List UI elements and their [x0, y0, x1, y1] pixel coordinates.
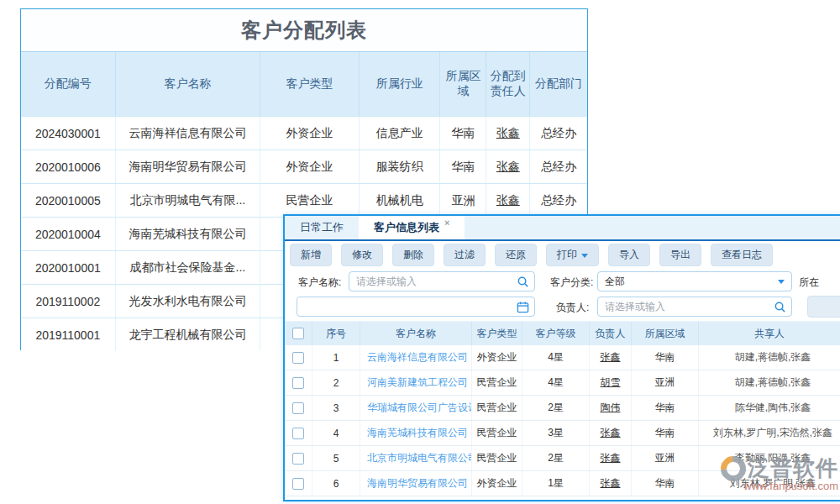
customer-name-link[interactable]: 北京市明城电气有限... — [116, 184, 260, 217]
col-header: 分配编号 — [21, 52, 116, 116]
industry: 服装纺织 — [360, 150, 441, 183]
owner-link[interactable]: 陶伟 — [590, 396, 632, 420]
search-icon[interactable] — [774, 301, 786, 313]
shared-people: 刘东林,罗广明,宋浩然,张鑫 — [699, 421, 840, 445]
customer-name-link[interactable]: 华瑞城有限公司广告设计部 — [360, 396, 472, 420]
region: 华南 — [632, 421, 699, 445]
row-number: 2 — [312, 370, 360, 395]
table-row: 2 河南美新建筑工程公司 民营企业 4星 胡雪 亚洲 胡建,蒋德帧,张鑫 — [285, 370, 840, 396]
table-row: 1 云南海祥信息有限公司 外资企业 4星 张鑫 华南 胡建,蒋德帧,张鑫 — [285, 345, 840, 370]
customer-class-label: 客户分类: — [550, 276, 593, 290]
department: 总经办 — [530, 117, 587, 150]
table-row: 6 海南明华贸易有限公司 外资企业 1星 张鑫 华南 刘东林,罗广明,张鑫 — [285, 471, 840, 496]
allocation-id-link[interactable]: 2020010005 — [21, 184, 116, 217]
region: 华南 — [440, 117, 486, 150]
owner-link[interactable]: 胡雪 — [590, 370, 632, 395]
tab-customer-info-list[interactable]: 客户信息列表 × — [359, 216, 465, 239]
tab-daily-work[interactable]: 日常工作 — [285, 216, 359, 239]
customer-info-window: 日常工作 客户信息列表 × 新增 修改 删除 过滤 还原 打印 导入 导出 查看… — [283, 214, 840, 501]
edit-button[interactable]: 修改 — [341, 244, 383, 266]
shared-people: 陈华健,陶伟,张鑫 — [699, 396, 840, 420]
owner-link[interactable]: 张鑫 — [486, 150, 530, 183]
customer-name-link[interactable]: 云南海祥信息有限公司 — [360, 345, 472, 370]
owner-link[interactable]: 张鑫 — [486, 184, 530, 217]
filter-button[interactable]: 过滤 — [444, 244, 486, 266]
customer-type: 外资企业 — [260, 117, 360, 150]
row-checkbox[interactable] — [292, 402, 304, 414]
allocation-id-link[interactable]: 2020010006 — [21, 150, 116, 183]
customer-name-link[interactable]: 成都市社会保险基金... — [116, 251, 260, 284]
industry: 信息产业 — [360, 117, 441, 150]
customer-name-link[interactable]: 云南海祥信息有限公司 — [116, 117, 260, 150]
export-button[interactable]: 导出 — [659, 244, 701, 266]
import-button[interactable]: 导入 — [608, 244, 650, 266]
row-checkbox[interactable] — [292, 478, 304, 490]
row-checkbox[interactable] — [292, 428, 304, 439]
col-header: 分配部门 — [530, 52, 587, 116]
allocation-id-link[interactable]: 2020010004 — [21, 218, 116, 250]
customer-level: 1星 — [522, 471, 590, 496]
table-row: 2024030001 云南海祥信息有限公司 外资企业 信息产业 华南 张鑫 总经… — [21, 116, 587, 150]
row-checkbox[interactable] — [292, 453, 304, 465]
chevron-down-icon — [581, 254, 588, 258]
filter-action-button-cut[interactable] — [807, 296, 840, 318]
customer-name-link[interactable]: 海南芜城科技有限公司 — [360, 421, 472, 445]
col-header: 分配到责任人 — [486, 52, 530, 116]
shared-people: 刘东林,罗广明,张鑫 — [699, 471, 840, 496]
region: 华南 — [632, 345, 699, 370]
print-button[interactable]: 打印 — [546, 244, 599, 266]
search-icon[interactable] — [517, 276, 529, 288]
customer-name-link[interactable]: 光发水利水电有限公司 — [116, 285, 260, 318]
customer-type: 民营企业 — [472, 370, 522, 395]
date-input[interactable] — [297, 297, 535, 317]
customer-level: 4星 — [522, 345, 590, 370]
owner-link[interactable]: 张鑫 — [590, 345, 632, 370]
customer-name-input[interactable]: 请选择或输入 — [349, 271, 535, 291]
col-header: 客户类型 — [472, 322, 522, 345]
shared-people: 胡建,蒋德帧,张鑫 — [699, 370, 840, 395]
customer-table-header: 序号 客户名称 客户类型 客户等级 负责人 所属区域 共享人 — [285, 322, 840, 345]
department: 总经办 — [530, 150, 587, 183]
customer-type: 民营企业 — [260, 184, 360, 217]
tab-bar: 日常工作 客户信息列表 × — [285, 216, 840, 241]
owner-link[interactable]: 张鑫 — [486, 117, 530, 150]
customer-name-link[interactable]: 海南芜城科技有限公司 — [116, 218, 260, 250]
region: 亚洲 — [440, 184, 486, 217]
restore-button[interactable]: 还原 — [495, 244, 537, 266]
add-button[interactable]: 新增 — [290, 244, 332, 266]
row-checkbox[interactable] — [292, 352, 304, 364]
customer-name-link[interactable]: 河南美新建筑工程公司 — [360, 370, 472, 395]
owner-link[interactable]: 张鑫 — [590, 446, 632, 470]
allocation-id-link[interactable]: 2019110002 — [21, 285, 116, 318]
customer-name-link[interactable]: 海南明华贸易有限公司 — [360, 471, 472, 496]
allocation-id-link[interactable]: 2019110001 — [21, 318, 116, 351]
calendar-icon[interactable] — [517, 301, 529, 313]
col-header: 客户名称 — [116, 52, 260, 116]
owner-link[interactable]: 张鑫 — [590, 421, 632, 445]
select-value: 全部 — [605, 275, 625, 289]
col-header: 所属行业 — [360, 52, 441, 116]
shared-people: 胡建,蒋德帧,张鑫 — [699, 345, 840, 370]
customer-class-select[interactable]: 全部 — [597, 271, 792, 291]
customer-level: 2星 — [522, 396, 590, 420]
allocation-id-link[interactable]: 2020010001 — [21, 251, 116, 284]
customer-name-link[interactable]: 北京市明城电气有限公司 — [360, 446, 472, 470]
owner-input[interactable]: 请选择或输入 — [597, 297, 792, 317]
customer-name-link[interactable]: 龙宇工程机械有限公司 — [116, 318, 260, 351]
customer-name-link[interactable]: 海南明华贸易有限公司 — [116, 150, 260, 183]
delete-button[interactable]: 删除 — [392, 244, 434, 266]
row-checkbox[interactable] — [292, 377, 304, 389]
close-tab-icon[interactable]: × — [444, 218, 449, 228]
customer-level: 2星 — [522, 446, 590, 470]
select-all-cell — [285, 322, 312, 345]
view-log-button[interactable]: 查看日志 — [711, 244, 773, 266]
industry: 机械机电 — [360, 184, 441, 217]
row-number: 4 — [312, 421, 360, 445]
region: 亚洲 — [632, 370, 699, 395]
select-all-checkbox[interactable] — [292, 328, 304, 339]
region-label-cut: 所在 — [799, 276, 819, 290]
customer-type: 民营企业 — [472, 396, 522, 420]
customer-level: 3星 — [522, 421, 590, 445]
allocation-id-link[interactable]: 2024030001 — [21, 117, 116, 150]
owner-link[interactable]: 张鑫 — [590, 471, 632, 496]
